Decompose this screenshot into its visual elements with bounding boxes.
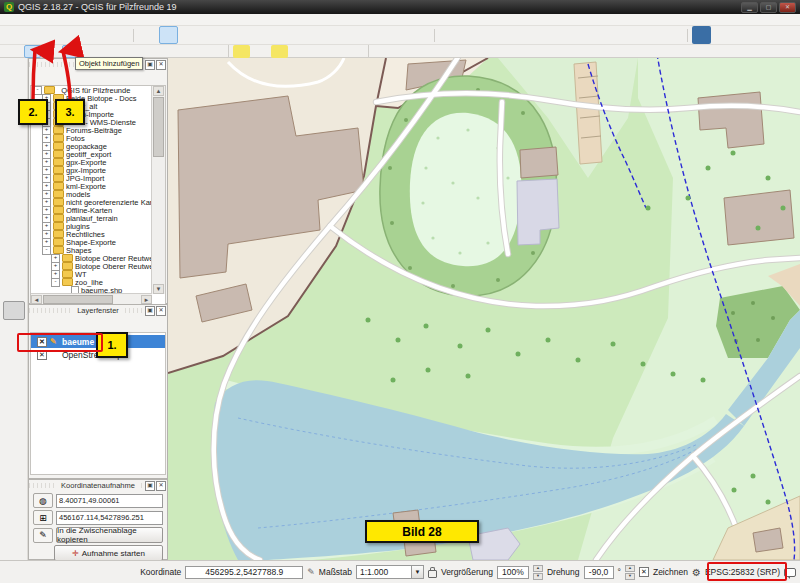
scroll-down-icon[interactable]: ▼ [153,284,164,294]
tree-toggle-icon[interactable]: - [51,278,60,287]
magnifier-input[interactable]: 100% [497,566,529,579]
float-panel-icon[interactable]: ▣ [145,306,155,316]
new-project-button[interactable] [5,26,24,44]
zoom-out-button[interactable] [222,26,241,44]
identify-button[interactable] [439,26,458,44]
new-shapefile-layer-button[interactable] [3,107,25,126]
zoom-full-button[interactable] [264,26,283,44]
pan-map-button[interactable] [159,26,178,44]
browser-filter-button[interactable] [68,71,84,85]
rotation-input[interactable]: -90,0 [584,566,614,579]
add-postgis-layer-button[interactable] [3,153,25,172]
cut-features-button[interactable] [169,45,186,58]
chevron-down-icon[interactable]: ▼ [412,565,424,579]
map-canvas[interactable] [168,58,800,560]
expand-all-button[interactable] [122,317,138,331]
python-console-button[interactable] [392,45,409,58]
node-tool-button[interactable] [81,45,98,58]
add-wms-layer-button[interactable] [3,176,25,195]
tree-toggle-icon[interactable]: - [42,246,51,255]
delete-part-button[interactable] [131,45,148,58]
attribute-table-button[interactable] [535,26,554,44]
layer-item-baeume[interactable]: ✕ ✎ baeume [31,335,165,348]
measure-menu-button[interactable] [619,26,629,44]
add-part-button[interactable] [112,45,129,58]
measure-button[interactable] [598,26,617,44]
zoom-native-button[interactable] [243,26,262,44]
label-show-button[interactable] [328,45,345,58]
add-feature-button[interactable] [62,45,79,58]
layer-item-openstreetmap[interactable]: ✕ OpenStreetMap [31,348,165,361]
label-pin-button[interactable] [309,45,326,58]
copy-features-button[interactable] [188,45,205,58]
magnifier-spinner[interactable]: ▲▼ [533,565,543,580]
projected-coordinate-field[interactable]: 456167.114,5427896.251 [56,511,163,525]
label-properties-button[interactable] [347,45,364,58]
refresh-map-button[interactable] [411,26,430,44]
crs-gear-icon[interactable]: ⚙ [692,567,701,578]
node-menu-button[interactable] [100,45,110,58]
pan-to-selection-button[interactable] [180,26,199,44]
zoom-to-selection-button[interactable] [285,26,304,44]
close-panel-icon[interactable]: ✕ [156,481,166,491]
scroll-up-icon[interactable]: ▲ [153,86,164,96]
layer-checkbox[interactable]: ✕ [37,337,47,347]
new-print-composer-button[interactable] [89,26,108,44]
paste-features-button[interactable] [207,45,224,58]
collapse-all-button[interactable] [140,317,156,331]
add-raster-layer-button[interactable] [3,84,25,103]
maximize-button[interactable]: ▢ [760,2,777,13]
float-panel-icon[interactable]: ▣ [145,481,155,491]
label-rotate-button[interactable] [290,45,307,58]
manage-visibility-button[interactable] [68,317,84,331]
new-layer-menu-button[interactable] [3,268,25,287]
toggle-editing-button[interactable] [24,45,41,58]
current-edits-button[interactable] [5,45,22,58]
tree-toggle-icon[interactable]: - [33,86,42,95]
copy-to-clipboard-button[interactable]: In die Zwischenablage kopieren [56,527,163,543]
layer-checkbox[interactable]: ✕ [37,350,47,360]
tree-item[interactable]: + Biotope Oberer Reutweg - Kopie [31,262,152,270]
open-project-button[interactable] [26,26,45,44]
vertical-scrollbar[interactable]: ▲ ▼ [151,86,165,294]
scroll-thumb[interactable] [153,97,164,157]
zoom-next-button[interactable] [348,26,367,44]
mouse-position-icon[interactable]: ✎ [307,567,315,577]
bookmarks-button[interactable] [369,26,388,44]
filter-expression-button[interactable] [104,317,120,331]
coordinate-capture-button[interactable] [3,301,25,320]
add-group-button[interactable] [50,317,66,331]
scroll-thumb[interactable] [43,295,113,304]
scroll-left-icon[interactable]: ◄ [31,295,42,304]
scale-combo[interactable]: 1:1.000 ▼ [356,565,424,579]
save-layer-edits-button[interactable] [43,45,60,58]
messages-icon[interactable] [784,568,796,577]
new-bookmark-button[interactable] [390,26,409,44]
add-spatialite-layer-button[interactable] [3,130,25,149]
browser-properties-button[interactable] [104,71,120,85]
scale-lock-icon[interactable] [428,570,437,578]
save-project-button[interactable] [47,26,66,44]
browser-refresh-button[interactable] [50,71,66,85]
browser-collapse-button[interactable] [86,71,102,85]
annotation-menu-button[interactable] [673,26,683,44]
minimize-button[interactable]: ▁ [741,2,758,13]
trash-button[interactable] [150,45,167,58]
scroll-right-icon[interactable]: ► [141,295,152,304]
label-pie-button[interactable] [252,45,269,58]
text-annotation-button[interactable] [652,26,671,44]
close-button[interactable]: ✕ [779,2,796,13]
browser-add-layer-button[interactable] [32,71,48,85]
select-menu-button[interactable] [502,26,512,44]
close-panel-icon[interactable]: ✕ [156,60,166,70]
track-mouse-icon[interactable]: ✎ [33,528,53,543]
rotation-spinner[interactable]: ▲▼ [625,565,635,580]
close-panel-icon[interactable]: ✕ [156,306,166,316]
float-panel-icon[interactable]: ▣ [145,60,155,70]
touch-zoom-button[interactable] [138,26,157,44]
coordinate-input[interactable]: 456295.2,5427788.9 [185,566,303,579]
add-wfs-layer-button[interactable] [3,199,25,218]
map-tips-button[interactable] [631,26,650,44]
label-move-button[interactable] [271,45,288,58]
save-project-as-button[interactable] [68,26,87,44]
